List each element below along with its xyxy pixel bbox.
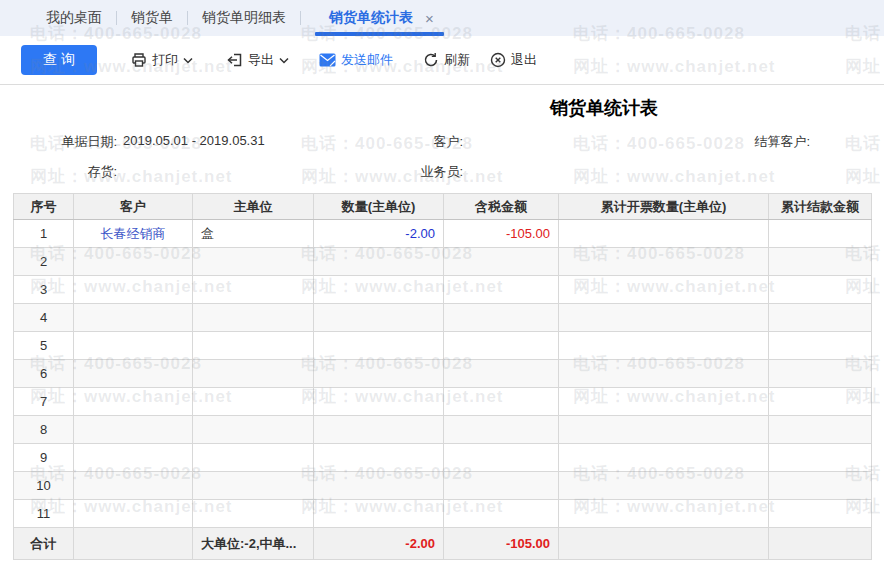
cell-settle-amount <box>769 472 872 500</box>
header-cell-qty[interactable]: 数量(主单位) <box>314 194 444 220</box>
cell-invoice-qty <box>559 360 769 388</box>
table-row[interactable]: 1长春经销商盒-2.00-105.00 <box>14 220 872 248</box>
cell-invoice-qty <box>559 528 769 560</box>
filter-date-label: 单据日期: <box>13 133 117 151</box>
refresh-icon <box>423 52 439 68</box>
cell-invoice-qty <box>559 416 769 444</box>
cell-qty <box>314 472 444 500</box>
cell-qty <box>314 248 444 276</box>
cell-invoice-qty <box>559 388 769 416</box>
cell-amount <box>444 388 559 416</box>
print-label: 打印 <box>152 51 178 69</box>
refresh-button[interactable]: 刷新 <box>423 51 470 69</box>
cell-no: 合计 <box>14 528 74 560</box>
table-total-row: 合计大单位:-2,中单...-2.00-105.00 <box>14 528 872 560</box>
report-table: 序号客户主单位数量(主单位)含税金额累计开票数量(主单位)累计结款金额 1长春经… <box>13 193 872 560</box>
table-row[interactable]: 3 <box>14 276 872 304</box>
cell-unit <box>193 472 314 500</box>
cell-settle-amount <box>769 444 872 472</box>
cell-amount <box>444 276 559 304</box>
filter-date-value[interactable]: 2019.05.01 - 2019.05.31 <box>123 133 265 148</box>
cell-amount: -105.00 <box>444 528 559 560</box>
printer-icon <box>131 52 147 68</box>
cell-qty <box>314 500 444 528</box>
table-row[interactable]: 8 <box>14 416 872 444</box>
cell-customer <box>74 388 193 416</box>
print-button[interactable]: 打印 <box>131 51 193 69</box>
query-button[interactable]: 查询 <box>21 45 97 75</box>
table-row[interactable]: 5 <box>14 332 872 360</box>
cell-unit <box>193 500 314 528</box>
header-cell-invoice-qty[interactable]: 累计开票数量(主单位) <box>559 194 769 220</box>
table-row[interactable]: 9 <box>14 444 872 472</box>
chevron-down-icon <box>183 57 193 64</box>
cell-no: 10 <box>14 472 74 500</box>
cell-customer <box>74 332 193 360</box>
export-button[interactable]: 导出 <box>227 51 289 69</box>
cell-settle-amount <box>769 332 872 360</box>
cell-amount <box>444 444 559 472</box>
cell-no: 8 <box>14 416 74 444</box>
cell-qty: -2.00 <box>314 528 444 560</box>
filter-salesman-label: 业务员: <box>353 163 463 181</box>
table-row[interactable]: 2 <box>14 248 872 276</box>
filter-inventory-label: 存货: <box>13 163 117 181</box>
cell-no: 6 <box>14 360 74 388</box>
cell-unit <box>193 248 314 276</box>
cell-settle-amount <box>769 388 872 416</box>
tab-sales-order-stats[interactable]: 销货单统计表 <box>319 9 419 27</box>
cell-amount <box>444 500 559 528</box>
cell-customer <box>74 360 193 388</box>
cell-unit <box>193 360 314 388</box>
cell-no: 5 <box>14 332 74 360</box>
cell-amount <box>444 416 559 444</box>
cell-no: 2 <box>14 248 74 276</box>
cell-qty <box>314 332 444 360</box>
app-window: 我的桌面 销货单 销货单明细表 销货单统计表 × 查询 打印 导出 <box>0 0 884 563</box>
cell-amount <box>444 248 559 276</box>
send-email-button[interactable]: 发送邮件 <box>319 51 393 69</box>
send-email-label: 发送邮件 <box>341 51 393 69</box>
table-row[interactable]: 4 <box>14 304 872 332</box>
cell-unit: 大单位:-2,中单... <box>193 528 314 560</box>
cell-customer <box>74 304 193 332</box>
cell-unit <box>193 304 314 332</box>
table-row[interactable]: 11 <box>14 500 872 528</box>
cell-unit <box>193 332 314 360</box>
header-cell-no[interactable]: 序号 <box>14 194 74 220</box>
cell-qty <box>314 416 444 444</box>
tab-sales-order-stats-active[interactable]: 销货单统计表 × <box>315 0 444 36</box>
filter-customer-label: 客户: <box>353 133 463 151</box>
cell-invoice-qty <box>559 332 769 360</box>
tab-sales-order-detail[interactable]: 销货单明细表 <box>188 0 300 36</box>
cell-invoice-qty <box>559 276 769 304</box>
cell-no: 7 <box>14 388 74 416</box>
cell-no: 4 <box>14 304 74 332</box>
cell-qty <box>314 360 444 388</box>
exit-button[interactable]: 退出 <box>490 51 537 69</box>
cell-unit <box>193 388 314 416</box>
header-cell-customer[interactable]: 客户 <box>74 194 193 220</box>
table-row[interactable]: 10 <box>14 472 872 500</box>
cell-qty <box>314 388 444 416</box>
cell-qty <box>314 444 444 472</box>
cell-customer <box>74 276 193 304</box>
header-cell-settle-amount[interactable]: 累计结款金额 <box>769 194 872 220</box>
cell-customer <box>74 444 193 472</box>
table-header-row: 序号客户主单位数量(主单位)含税金额累计开票数量(主单位)累计结款金额 <box>14 194 872 220</box>
cell-qty: -2.00 <box>314 220 444 248</box>
tab-my-desktop[interactable]: 我的桌面 <box>32 0 116 36</box>
export-icon <box>227 52 243 68</box>
header-cell-amount[interactable]: 含税金额 <box>444 194 559 220</box>
table-row[interactable]: 6 <box>14 360 872 388</box>
exit-circle-x-icon <box>490 52 506 68</box>
tab-close-icon[interactable]: × <box>419 9 440 28</box>
tab-sales-order[interactable]: 销货单 <box>117 0 187 36</box>
watermark-text: 网址：www.chanjet.net <box>573 165 776 188</box>
cell-customer <box>74 472 193 500</box>
cell-no: 3 <box>14 276 74 304</box>
header-cell-unit[interactable]: 主单位 <box>193 194 314 220</box>
filter-settle-customer-label: 结算客户: <box>700 133 810 151</box>
table-row[interactable]: 7 <box>14 388 872 416</box>
cell-settle-amount <box>769 500 872 528</box>
